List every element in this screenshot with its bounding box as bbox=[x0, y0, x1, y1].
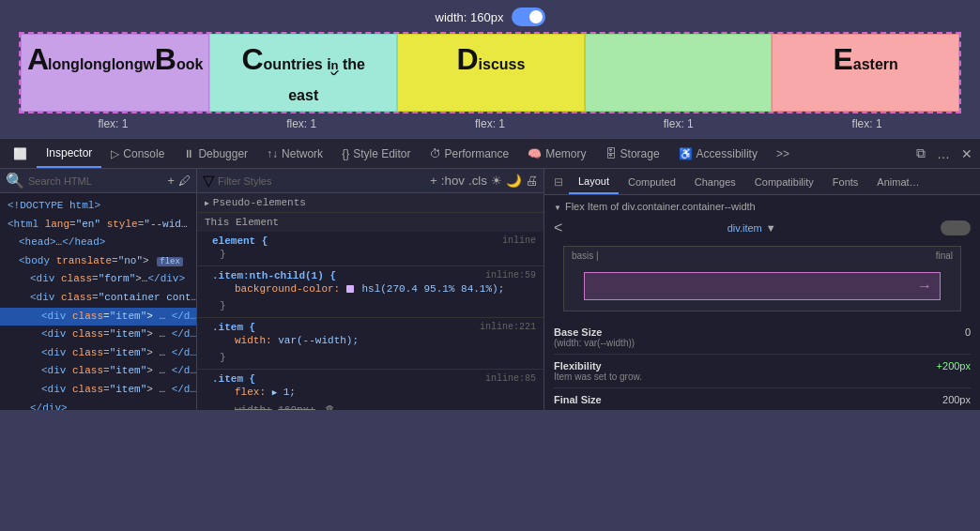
add-rule-button[interactable]: + bbox=[430, 174, 437, 188]
final-size-label: Final Size bbox=[554, 394, 602, 405]
tab-storage[interactable]: 🗄 Storage bbox=[596, 139, 669, 168]
memory-icon: 🧠 bbox=[528, 147, 542, 160]
storage-label: Storage bbox=[620, 147, 660, 160]
tree-container[interactable]: <div class="container cont… flex bbox=[0, 289, 196, 308]
flex-item-4 bbox=[585, 34, 773, 112]
flex-item-3: Discuss bbox=[397, 34, 585, 112]
accessibility-label: Accessibility bbox=[697, 147, 758, 160]
toggle-pseudo-button[interactable]: :hov bbox=[441, 174, 465, 188]
width-label: width: 160px bbox=[436, 10, 504, 24]
triangle-down-icon bbox=[554, 201, 561, 212]
tree-item-3[interactable]: <div class="item"> … </d… bbox=[0, 344, 196, 363]
flexibility-value: +200px bbox=[937, 360, 971, 372]
dark-mode-button[interactable]: 🌙 bbox=[506, 174, 522, 188]
print-mode-button[interactable]: 🖨 bbox=[526, 174, 538, 188]
layout-tab-animations[interactable]: Animat… bbox=[867, 169, 928, 194]
style-editor-label: Style Editor bbox=[353, 147, 410, 160]
tab-network[interactable]: ↑↓ Network bbox=[257, 139, 332, 168]
tab-accessibility[interactable]: ♿ Accessibility bbox=[669, 139, 767, 168]
tree-head[interactable]: <head>…</head> bbox=[0, 234, 196, 252]
layout-tab-computed[interactable]: Computed bbox=[619, 169, 685, 194]
tab-performance[interactable]: ⏱ Performance bbox=[421, 139, 519, 168]
devtools: ⬜ Inspector ▷ Console ⏸ Debugger ↑↓ Netw… bbox=[0, 138, 980, 410]
css-item-width-section: .item { inline:221 width: var(--width); … bbox=[197, 318, 544, 370]
tab-memory[interactable]: 🧠 Memory bbox=[518, 139, 595, 168]
width-toggle[interactable] bbox=[512, 8, 545, 26]
layout-nav: < div.item ▼ bbox=[554, 220, 971, 236]
flex-container: AlonglonglongwBook Countries in theeast … bbox=[19, 32, 961, 114]
search-icon: 🔍 bbox=[6, 172, 24, 190]
css-nth-child-rule: .item:nth-child(1) { inline:59 backgroun… bbox=[197, 266, 544, 317]
devtools-tabs: ⬜ Inspector ▷ Console ⏸ Debugger ↑↓ Netw… bbox=[0, 139, 980, 169]
tree-doctype[interactable]: <!DOCTYPE html> bbox=[0, 197, 196, 216]
css-pseudo-elements-header[interactable]: Pseudo-elements bbox=[197, 193, 544, 212]
tab-console[interactable]: ▷ Console bbox=[101, 139, 174, 168]
layout-final-size-row: Final Size 200px bbox=[554, 388, 971, 410]
color-swatch[interactable] bbox=[346, 285, 354, 293]
element-name: div.item bbox=[727, 222, 762, 234]
tree-body[interactable]: <body translate="no"> flex bbox=[0, 252, 196, 271]
flexibility-sub: Item was set to grow. bbox=[554, 372, 642, 382]
search-input[interactable] bbox=[28, 175, 163, 187]
tab-inspector-icon[interactable]: ⬜ bbox=[4, 139, 37, 168]
dock-button[interactable]: ⧉ bbox=[912, 144, 929, 163]
delete-rule-icon[interactable]: 🗑 bbox=[325, 404, 335, 410]
base-size-sub: (width: var(--width)) bbox=[554, 338, 635, 348]
light-mode-button[interactable]: ☀ bbox=[491, 174, 502, 188]
accessibility-icon: ♿ bbox=[679, 147, 693, 160]
flexibility-label: Flexibility bbox=[554, 360, 642, 372]
pseudo-collapse-icon bbox=[205, 197, 209, 208]
add-node-button[interactable]: + bbox=[167, 174, 175, 188]
debugger-icon: ⏸ bbox=[183, 147, 194, 160]
pick-element-button[interactable]: 🖊 bbox=[178, 174, 191, 188]
css-item-flex-section: .item { inline:85 flex: ▶ 1; width: 160p… bbox=[197, 370, 544, 410]
css-this-element-header[interactable]: This Element bbox=[197, 213, 544, 232]
network-icon: ↑↓ bbox=[267, 147, 278, 160]
layout-tab-layout[interactable]: Layout bbox=[569, 169, 619, 194]
overflow-button[interactable]: … bbox=[933, 144, 954, 163]
css-filter-input[interactable] bbox=[218, 175, 426, 187]
tree-item-4[interactable]: <div class="item"> … </d… bbox=[0, 362, 196, 381]
memory-label: Memory bbox=[545, 147, 586, 160]
inspector-label: Inspector bbox=[46, 146, 92, 159]
tree-item-1[interactable]: <div class="item"> … </d… bbox=[0, 308, 196, 326]
element-toggle[interactable] bbox=[941, 220, 971, 235]
element-dropdown-icon[interactable]: ▼ bbox=[766, 222, 776, 234]
performance-label: Performance bbox=[445, 147, 510, 160]
flex-item-5: Eastern bbox=[772, 34, 959, 112]
close-button[interactable]: ✕ bbox=[957, 144, 976, 163]
layout-flex-info: Flex Item of div.container.container--wi… bbox=[554, 201, 971, 212]
tree-html[interactable]: <html lang="en" style="--wid… bbox=[0, 216, 196, 235]
console-label: Console bbox=[123, 147, 164, 160]
layout-tab-compatibility[interactable]: Compatibility bbox=[745, 169, 823, 194]
tree-form[interactable]: <div class="form">…</div> bbox=[0, 270, 196, 289]
layout-content: Flex Item of div.container.container--wi… bbox=[544, 195, 980, 410]
devtools-controls: ⧉ … ✕ bbox=[912, 144, 976, 163]
performance-icon: ⏱ bbox=[430, 147, 441, 160]
console-icon: ▷ bbox=[111, 147, 119, 160]
prev-element-button[interactable]: < bbox=[554, 220, 562, 236]
css-content: Pseudo-elements This Element element { i… bbox=[197, 193, 544, 410]
tab-debugger[interactable]: ⏸ Debugger bbox=[174, 139, 257, 168]
flex-item-2: Countries in theeast bbox=[209, 34, 397, 112]
css-nth-child-section: .item:nth-child(1) { inline:59 backgroun… bbox=[197, 266, 544, 318]
css-item-width-rule: .item { inline:221 width: var(--width); … bbox=[197, 318, 544, 369]
tab-style-editor[interactable]: {} Style Editor bbox=[332, 139, 420, 168]
tree-item-2[interactable]: <div class="item"> … </d… bbox=[0, 326, 196, 344]
basis-label: basis | bbox=[572, 250, 599, 261]
css-this-element-section: This Element element { inline } bbox=[197, 213, 544, 266]
flex-labels: flex: 1 flex: 1 flex: 1 flex: 1 flex: 1 bbox=[19, 114, 961, 138]
css-rule-element: element { inline } bbox=[197, 232, 544, 266]
style-editor-icon: {} bbox=[342, 147, 349, 160]
preview-area: width: 160px AlonglonglongwBook Countrie… bbox=[0, 0, 980, 138]
layout-tab-fonts[interactable]: Fonts bbox=[823, 169, 868, 194]
toggle-class-button[interactable]: .cls bbox=[468, 174, 487, 188]
layout-tab-changes[interactable]: Changes bbox=[685, 169, 745, 194]
tree-item-5[interactable]: <div class="item"> … </d… bbox=[0, 381, 196, 400]
tab-inspector[interactable]: Inspector bbox=[37, 139, 101, 168]
tree-close-div[interactable]: </div> bbox=[0, 400, 196, 410]
debugger-label: Debugger bbox=[198, 147, 248, 160]
layout-panel-toggle[interactable]: ⊟ bbox=[548, 175, 569, 189]
layout-flexibility-row: Flexibility Item was set to grow. +200px bbox=[554, 355, 971, 388]
tab-more[interactable]: >> bbox=[767, 139, 799, 168]
